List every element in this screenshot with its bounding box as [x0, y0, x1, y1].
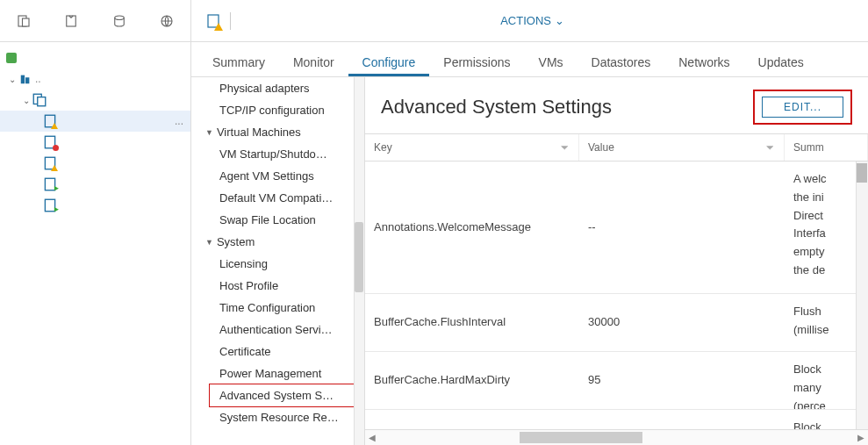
- chevron-down-icon: ⌄: [555, 14, 564, 27]
- error-badge-icon: [53, 145, 59, 151]
- ok-badge-icon: ▸: [54, 183, 59, 192]
- nav-group-system[interactable]: ▼System: [191, 231, 364, 253]
- tab-configure[interactable]: Configure: [348, 47, 430, 76]
- host-header-icon: [205, 13, 221, 29]
- col-value[interactable]: Value⏷: [579, 134, 785, 161]
- vms-templates-icon[interactable]: [47, 0, 95, 41]
- svg-rect-8: [38, 97, 46, 106]
- svg-rect-13: [45, 199, 54, 212]
- warning-badge-icon: [214, 23, 223, 31]
- tree-host-5[interactable]: ▸: [0, 195, 190, 216]
- tab-vms[interactable]: VMs: [525, 47, 577, 76]
- svg-rect-1: [23, 18, 30, 26]
- svg-point-3: [114, 16, 124, 20]
- nav-swap-file[interactable]: Swap File Location: [191, 209, 364, 231]
- tree-datacenter[interactable]: ⌄..: [0, 68, 190, 90]
- cell-key: [365, 410, 579, 429]
- cell-value: [579, 410, 785, 429]
- col-key[interactable]: Key⏷: [365, 134, 579, 161]
- tree-vcenter[interactable]: [0, 47, 190, 68]
- nav-auth-services[interactable]: Authentication Servi…: [191, 319, 364, 341]
- nav-physical-adapters[interactable]: Physical adapters: [191, 77, 364, 99]
- tree-host-1[interactable]: ...: [0, 111, 190, 132]
- warning-badge-icon: [51, 123, 58, 129]
- nav-group-vms-label: Virtual Machines: [217, 126, 301, 139]
- nav-time-config[interactable]: Time Configuration: [191, 297, 364, 319]
- col-summary-label: Summ: [793, 141, 824, 154]
- caret-down-icon: ▼: [205, 238, 213, 247]
- cell-key: BufferCache.FlushInterval: [365, 294, 579, 351]
- table-row[interactable]: BufferCache.FlushInterval 30000 Flush (m…: [365, 294, 868, 352]
- cell-key: Annotations.WelcomeMessage: [365, 161, 579, 293]
- vcenter-icon: [6, 53, 17, 63]
- nav-tcpip[interactable]: TCP/IP configuration: [191, 99, 364, 121]
- tree-cluster[interactable]: ⌄: [0, 90, 190, 111]
- cell-value: --: [579, 161, 785, 293]
- tab-permissions[interactable]: Permissions: [429, 47, 524, 76]
- tab-updates[interactable]: Updates: [744, 47, 818, 76]
- col-summary[interactable]: Summ: [785, 134, 868, 161]
- table-body: Annotations.WelcomeMessage -- A welc the…: [365, 161, 868, 429]
- tree-host-2[interactable]: [0, 132, 190, 153]
- warning-badge-icon: [51, 165, 58, 171]
- svg-rect-6: [25, 77, 29, 83]
- table-vscrollbar[interactable]: [856, 161, 868, 429]
- tab-datastores[interactable]: Datastores: [577, 47, 665, 76]
- nav-power-mgmt[interactable]: Power Management: [191, 362, 364, 384]
- table-hscrollbar[interactable]: ◀ ▶: [365, 429, 868, 445]
- tree-host-3[interactable]: [0, 153, 190, 174]
- actions-label: ACTIONS: [500, 14, 551, 27]
- nav-agent-vm[interactable]: Agent VM Settings: [191, 165, 364, 187]
- scroll-right-icon[interactable]: ▶: [854, 433, 868, 442]
- actions-menu[interactable]: ACTIONS ⌄: [500, 14, 564, 27]
- object-header: ACTIONS ⌄: [191, 0, 868, 42]
- nav-certificate[interactable]: Certificate: [191, 341, 364, 362]
- inventory-sidebar: ⌄.. ⌄ ... ▸ ▸: [0, 0, 191, 445]
- nav-host-profile[interactable]: Host Profile: [191, 275, 364, 297]
- cell-value: 30000: [579, 294, 785, 351]
- storage-icon[interactable]: [96, 0, 143, 41]
- edit-highlight-box: EDIT...: [753, 90, 852, 125]
- filter-icon[interactable]: ⏷: [765, 142, 775, 153]
- inventory-tree: ⌄.. ⌄ ... ▸ ▸: [0, 42, 190, 221]
- inventory-tabs: [0, 0, 190, 42]
- nav-default-vm-compat[interactable]: Default VM Compati…: [191, 187, 364, 209]
- tab-networks[interactable]: Networks: [664, 47, 743, 76]
- nav-vm-startup[interactable]: VM Startup/Shutdo…: [191, 143, 364, 165]
- cell-key: BufferCache.HardMaxDirty: [365, 352, 579, 409]
- panel-title: Advanced System Settings: [381, 96, 612, 118]
- nav-system-resource[interactable]: System Resource Re…: [191, 406, 364, 428]
- svg-rect-5: [21, 75, 25, 84]
- nav-group-system-label: System: [217, 235, 255, 248]
- tab-summary[interactable]: Summary: [198, 47, 279, 76]
- table-row[interactable]: Annotations.WelcomeMessage -- A welc the…: [365, 161, 868, 294]
- nav-advanced-system-settings[interactable]: Advanced System S…: [209, 384, 361, 407]
- nav-licensing[interactable]: Licensing: [191, 253, 364, 275]
- filter-icon[interactable]: ⏷: [560, 142, 570, 153]
- scroll-left-icon[interactable]: ◀: [365, 433, 379, 442]
- networking-icon[interactable]: [143, 0, 190, 41]
- configure-nav: Physical adapters TCP/IP configuration ▼…: [191, 77, 365, 445]
- header-separator: [230, 12, 231, 30]
- tree-host-4[interactable]: ▸: [0, 174, 190, 195]
- config-nav-scrollbar[interactable]: [354, 77, 364, 445]
- col-value-label: Value: [588, 141, 614, 154]
- table-row[interactable]: BufferCache.HardMaxDirty 95 Block many (…: [365, 352, 868, 410]
- table-header: Key⏷ Value⏷ Summ: [365, 134, 868, 161]
- main-panel: Advanced System Settings EDIT... Key⏷ Va…: [365, 77, 868, 445]
- nav-group-vms[interactable]: ▼Virtual Machines: [191, 121, 364, 143]
- edit-button[interactable]: EDIT...: [762, 97, 843, 118]
- col-key-label: Key: [374, 141, 392, 154]
- hosts-clusters-icon[interactable]: [0, 0, 47, 41]
- object-tabs: Summary Monitor Configure Permissions VM…: [191, 42, 868, 77]
- svg-rect-12: [45, 178, 54, 190]
- settings-table: Key⏷ Value⏷ Summ Annotations.WelcomeMess…: [365, 133, 868, 445]
- caret-down-icon: ▼: [205, 128, 213, 137]
- table-row[interactable]: Block: [365, 410, 868, 429]
- datacenter-icon: [19, 73, 32, 85]
- ok-badge-icon: ▸: [54, 205, 59, 213]
- cluster-icon: [32, 92, 47, 108]
- tab-monitor[interactable]: Monitor: [279, 47, 348, 76]
- cell-value: 95: [579, 352, 785, 409]
